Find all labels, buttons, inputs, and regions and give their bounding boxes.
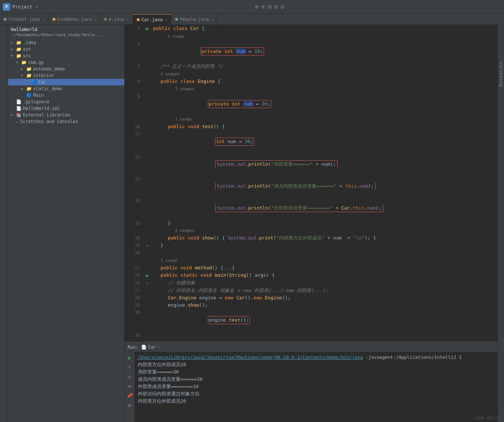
sidebar-header: HelloWorld ~/Documents/Other/Java_study/…	[8, 25, 124, 39]
table-row: 5 /** 定义一个成员内部类 */	[125, 63, 497, 70]
tab-dot-car	[137, 18, 140, 21]
project-dropdown[interactable]: ▾	[35, 4, 38, 9]
tree-item-iml[interactable]: 📄 HelloWorld.iml	[8, 105, 124, 112]
toolbar-icon-5[interactable]: ⚙	[281, 3, 284, 10]
tree-label-interior: interior	[33, 73, 54, 78]
folder-icon-idea: 📁	[16, 40, 22, 45]
bookmark-diamond: ◇	[146, 243, 148, 248]
tree-label-src: src	[23, 53, 31, 58]
code-editor[interactable]: 3 ▶ public class Car { 1 usage 4	[125, 25, 497, 342]
tree-item-src[interactable]: ▼ 📁 src	[8, 53, 124, 59]
table-row: 29 engine.show();	[125, 302, 497, 309]
table-row: 1 usage	[125, 32, 497, 40]
tab-close-enumdemo[interactable]: ✕	[94, 18, 96, 22]
project-label[interactable]: Project	[12, 4, 32, 9]
tab-a-java[interactable]: A.java ✕	[100, 14, 133, 24]
toolbar-icon-2[interactable]: ≡	[261, 3, 265, 10]
table-row: 28 Car.Engine engine = new Car().new Eng…	[125, 294, 497, 302]
run-tab[interactable]: Run: 📄 Car ✕	[128, 345, 160, 350]
toolbar-icon-3[interactable]: ⊟	[268, 3, 271, 10]
run-arrow-2: ▶	[146, 272, 149, 278]
table-row: 26 ◇ // 创建对象	[125, 279, 497, 287]
tree-label-idea: .idea	[23, 40, 36, 45]
tree-item-out[interactable]: ▶ 📁 out	[8, 46, 124, 53]
arrow-interior: ▼	[21, 74, 26, 77]
editor-area: 3 ▶ public class Car { 1 usage 4	[125, 25, 497, 422]
tree-item-gitignore[interactable]: 📄 .gitignore	[8, 99, 124, 105]
tab-label-enumdemo: EnumDemo.java	[57, 17, 92, 22]
table-row: 3 ▶ public class Car {	[125, 25, 497, 32]
line-number: 3	[125, 25, 143, 32]
tree-label-out: out	[23, 47, 31, 52]
tab-label-people: People.java	[180, 17, 209, 22]
sidebar-root-label: HelloWorld	[11, 27, 37, 32]
run-tab-name: Car	[148, 345, 156, 350]
run-tab-bar: Run: 📄 Car ✕	[125, 342, 497, 352]
tree-item-interior[interactable]: ▼ 📁 interior	[8, 72, 124, 79]
run-rerun-button[interactable]: ↩	[126, 373, 134, 381]
tab-close-a[interactable]: ✕	[127, 18, 129, 22]
title-bar-left: P Project ▾	[3, 3, 38, 11]
folder-icon-out: 📁	[16, 47, 22, 52]
tab-enumdemo-java[interactable]: EnumDemo.java ✕	[49, 14, 100, 24]
tree-label-gitignore: .gitignore	[23, 99, 49, 104]
table-row: 31	[125, 331, 497, 339]
left-vertical-bar	[0, 25, 8, 422]
tab-people-java[interactable]: People.java ✕	[171, 14, 218, 24]
run-settings-button[interactable]: ⚙	[126, 401, 134, 409]
table-row: 2 usages	[125, 227, 497, 234]
tree-item-idea[interactable]: ▶ 📁 .idea	[8, 39, 124, 46]
tree-item-car[interactable]: 🔵 Car	[8, 79, 124, 85]
folder-icon-interior: 📁	[26, 73, 32, 78]
tree-item-extends[interactable]: ▶ 📁 extends_demo	[8, 66, 124, 72]
table-row: 8 public class Engine {	[125, 78, 497, 85]
right-vertical-bar: Bookmarks	[497, 25, 504, 422]
table-row: 13 System.out.println("成员内部类成员变量======" …	[125, 175, 497, 197]
arrow-libraries: ▶	[11, 113, 16, 117]
arrow-static: ▶	[21, 87, 26, 91]
project-sidebar: HelloWorld ~/Documents/Other/Java_study/…	[8, 25, 125, 422]
run-toolbar: ▶ ⬆ ↩ ≡ 📌 ⚙	[125, 352, 135, 422]
table-row: 1 usage	[125, 257, 497, 264]
run-cmd-line: /Users/axzq/Library/Java/JavaVirtualMach…	[138, 354, 495, 361]
toolbar-icon-1[interactable]: ⊕	[255, 3, 259, 10]
run-play-button[interactable]: ▶	[126, 354, 134, 362]
tree-item-libraries[interactable]: ▶ 📚 External Libraries	[8, 112, 124, 118]
tree-item-static[interactable]: ▶ 📁 static_demo	[8, 85, 124, 92]
tree-item-comgy[interactable]: ▼ 📁 com.gy	[8, 59, 124, 66]
tab-dot-a	[104, 18, 107, 21]
tree-item-main[interactable]: 🔵 Main	[8, 92, 124, 99]
run-scroll-button[interactable]: ≡	[126, 382, 134, 390]
run-tab-file-icon: 📄	[141, 345, 147, 350]
arrow-src: ▼	[11, 54, 16, 58]
bookmark-diamond-2: ◇	[146, 281, 148, 285]
tab-car-java[interactable]: Car.java ✕	[133, 14, 171, 24]
tab-student-java[interactable]: Student.java ✕	[0, 14, 49, 24]
list-item: 局部变量======30	[138, 368, 495, 376]
tab-close-student[interactable]: ✕	[43, 18, 45, 22]
table-row: 16 public void show() { System.out.print…	[125, 234, 497, 242]
arrow-idea: ▶	[11, 41, 16, 45]
tab-dot-enumdemo	[53, 18, 55, 21]
table-row: 14 System.out.println("外部类成员变量========" …	[125, 197, 497, 219]
run-pin-button[interactable]: 📌	[126, 392, 134, 400]
run-tab-close[interactable]: ✕	[158, 345, 160, 349]
title-bar: P Project ▾ ⊕ ≡ ⊟ ⊟ ⚙	[0, 0, 504, 14]
main-layout: HelloWorld ~/Documents/Other/Java_study/…	[0, 25, 504, 422]
run-stop-button[interactable]: ⬆	[126, 363, 134, 371]
run-cmd-link[interactable]: /Users/axzq/Library/Java/JavaVirtualMach…	[138, 354, 363, 360]
arrow-comgy: ▼	[16, 61, 21, 64]
table-row: 25 ▶ public static void main(String[] ar…	[125, 272, 497, 279]
table-row: 21 public void method() {...}	[125, 264, 497, 272]
table-row: 3 usages	[125, 70, 497, 78]
tree-label-extends: extends_demo	[33, 66, 65, 72]
table-row: 11 int num = 30;	[125, 130, 497, 153]
table-row: 10 public void test() {	[125, 123, 497, 130]
tree-label-libraries: External Libraries	[23, 112, 70, 118]
tab-close-car[interactable]: ✕	[165, 18, 167, 22]
project-icon: P	[3, 3, 10, 11]
toolbar-icon-4[interactable]: ⊟	[274, 3, 278, 10]
tree-item-scratches[interactable]: ✏️ Scratches and Consoles	[8, 118, 124, 125]
tab-close-people[interactable]: ✕	[211, 18, 213, 22]
code-table: 3 ▶ public class Car { 1 usage 4	[125, 25, 497, 339]
